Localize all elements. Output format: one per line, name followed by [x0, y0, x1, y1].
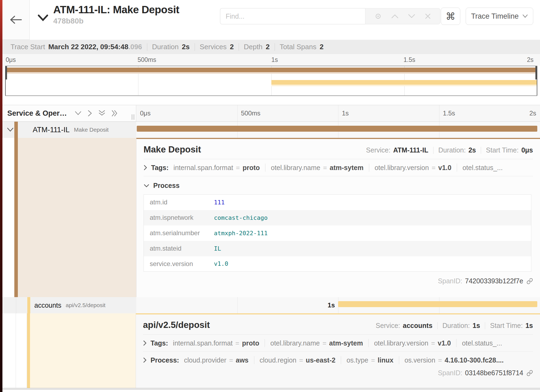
divider [195, 43, 195, 51]
service-color-bar [14, 138, 18, 297]
span-id-line: SpanID: 742003393b122f7e [144, 277, 533, 285]
process-label: Process [153, 182, 179, 190]
kv-key: atm.ispnetwork [144, 210, 214, 225]
span-detail-child: api/v2.5/deposit Service: accounts Durat… [2, 313, 540, 388]
divider [147, 43, 147, 51]
span-name-parent[interactable]: ATM-111-IL Make Deposit [2, 122, 136, 138]
divider [485, 322, 485, 329]
table-row: atm.ispnetwork comcast-chicago [144, 210, 531, 225]
minimap-viewport[interactable] [5, 66, 537, 96]
span-track-parent [136, 122, 540, 138]
top-bar: ATM-111-IL: Make Deposit 478b80b [2, 0, 540, 40]
divider [341, 356, 341, 364]
back-button[interactable] [2, 0, 30, 40]
kv-value: atmxph-2022-111 [214, 225, 531, 241]
chevron-down-icon [7, 127, 14, 132]
trace-collapse-toggle[interactable] [38, 14, 48, 23]
duration-value: 2s [182, 43, 190, 51]
service-color-bar [27, 297, 30, 313]
trace-view: ATM-111-IL: Make Deposit 478b80b [2, 0, 540, 392]
service-value: accounts [403, 322, 432, 330]
timeline-axis-header: 0μs 500ms 1s 1.5s 2s [136, 105, 540, 121]
span-id-value: 742003393b122f7e [465, 277, 523, 285]
operation-name: Make Deposit [74, 127, 109, 133]
match-locate-button[interactable] [375, 13, 382, 20]
minimap-right-scrubber[interactable] [535, 66, 537, 79]
minimap-left-scrubber[interactable] [5, 66, 7, 79]
chevron-down-icon [408, 14, 415, 19]
indent-column [2, 313, 16, 388]
minimap-span-parent [5, 68, 537, 72]
view-selector-dropdown[interactable]: Trace Timeline [466, 8, 533, 25]
tag-pair: otel.status_... [462, 339, 502, 347]
start-time-value: 0μs [521, 146, 533, 154]
prev-match-button[interactable] [391, 14, 399, 19]
page-title: ATM-111-IL: Make Deposit [53, 4, 179, 16]
window-edge-strip [0, 0, 2, 392]
total-spans-value: 2 [320, 43, 324, 51]
tag-pair: otel.library.version = v1.0 [374, 339, 451, 347]
span-name-child[interactable]: accounts api/v2.5/deposit [2, 297, 136, 313]
process-accordion[interactable]: Process [144, 176, 533, 191]
span-row-child[interactable]: accounts api/v2.5/deposit 1s [2, 297, 540, 313]
kv-value: v1.0 [214, 256, 531, 272]
find-group [220, 8, 440, 24]
timeline-grid-header: Service & Oper… 0μs 500ms 1s 1.5s 2s [2, 105, 540, 122]
collapse-all-button[interactable] [98, 110, 105, 117]
next-match-button[interactable] [408, 14, 415, 19]
process-accordion[interactable]: Process: cloud.provider = aws cloud.regi… [143, 352, 533, 368]
detail-card-child: api/v2.5/deposit Service: accounts Durat… [136, 313, 540, 388]
divider [399, 356, 399, 364]
tags-accordion[interactable]: Tags: internal.span.format = proto otel.… [143, 335, 533, 352]
copy-link-button[interactable] [526, 370, 533, 376]
total-spans-label: Total Spans [280, 43, 316, 51]
tick-label: 1.5s [404, 56, 415, 64]
expand-one-button[interactable] [88, 110, 92, 117]
span-detail-parent: Make Deposit Service: ATM-111-IL Duratio… [2, 138, 540, 297]
link-icon [526, 370, 533, 376]
keyboard-shortcuts-button[interactable]: ⌘ [441, 8, 460, 25]
detail-meta: Service: ATM-111-IL Duration: 2s Start T… [366, 146, 533, 154]
service-label: Service: [376, 322, 400, 330]
collapse-one-button[interactable] [75, 111, 82, 116]
tags-accordion[interactable]: Tags: internal.span.format = proto otel.… [144, 159, 533, 176]
command-icon: ⌘ [446, 11, 455, 22]
chevron-down-icon [75, 111, 82, 116]
tick-label: 1s [271, 56, 278, 64]
find-input[interactable] [220, 8, 365, 24]
divider [265, 339, 265, 347]
tick-label: 1.5s [443, 109, 455, 117]
detail-left-fill [30, 313, 136, 388]
duration-value: 1s [473, 322, 480, 330]
find-controls [365, 8, 440, 24]
double-chevron-right-icon [111, 110, 118, 117]
divider [369, 164, 369, 172]
copy-link-button[interactable] [526, 278, 533, 284]
process-pair: cloud.provider = aws [184, 356, 249, 364]
span-row-parent[interactable]: ATM-111-IL Make Deposit [2, 122, 540, 138]
trace-start-millis: .096 [128, 43, 142, 51]
title-block: ATM-111-IL: Make Deposit 478b80b [53, 4, 179, 25]
services-label: Services [200, 43, 227, 51]
service-color-bar [14, 122, 18, 138]
span-id-line: SpanID: 03148be6751f8714 [143, 369, 533, 377]
tick-label: 0μs [6, 56, 16, 64]
process-pair: os.type = linux [346, 356, 394, 364]
span-bar-child[interactable] [338, 301, 537, 307]
span-bar-parent[interactable] [137, 126, 537, 132]
bottom-border [2, 388, 540, 390]
row-collapse-toggle[interactable] [7, 127, 14, 132]
close-icon [425, 13, 431, 19]
clear-find-button[interactable] [425, 13, 431, 19]
column-resize-grip[interactable] [132, 114, 134, 120]
expand-all-button[interactable] [111, 110, 118, 117]
tag-pair: otel.library.version = v1.0 [375, 164, 451, 172]
process-kv-table: atm.id 111 atm.ispnetwork comcast-chicag… [144, 194, 531, 272]
table-row: service.version v1.0 [144, 256, 531, 272]
process-label: Process: [151, 356, 179, 364]
indent-guide [16, 297, 16, 313]
chevron-down-icon [144, 184, 149, 188]
kv-value: 111 [214, 195, 531, 210]
double-chevron-down-icon [98, 110, 105, 117]
tag-pair: otel.library.name = atm-sytem [271, 164, 364, 172]
